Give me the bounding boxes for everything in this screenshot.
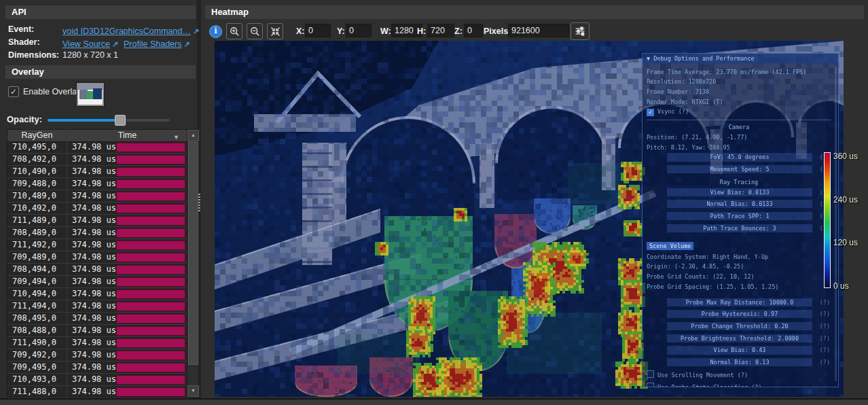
overlay-slider-row: View Bias: 0.0133(?): [667, 188, 812, 196]
opacity-slider[interactable]: [48, 119, 170, 122]
dimensions-label: Dimensions:: [8, 50, 59, 60]
opacity-label: Opacity:: [7, 114, 42, 124]
overlay-text-line: Origin: (-2.30, 4.85, -0.25): [647, 262, 831, 270]
time-value: 374.98 us: [72, 325, 116, 336]
help-hint: (?): [820, 298, 830, 306]
overlay-section-header-line: Camera: [647, 123, 831, 131]
time-bar: [116, 167, 185, 177]
table-row[interactable]: 709,494,0 374.98 us: [7, 276, 187, 288]
enable-overlay-checkbox[interactable]: ✓: [8, 86, 19, 97]
splitter-grip[interactable]: [198, 194, 200, 211]
time-bar: [116, 265, 185, 275]
profile-shaders-link[interactable]: Profile Shaders↗: [124, 37, 190, 50]
raygen-cell: 709,494,0: [7, 276, 67, 287]
help-hint: (?): [820, 346, 830, 354]
w-label: W:: [380, 27, 391, 36]
pixels-label: Pixels:: [484, 27, 511, 36]
time-value: 374.98 us: [72, 337, 116, 349]
enable-overlay-label: Enable Overlay: [23, 87, 81, 96]
time-cell: 374.98 us: [67, 190, 187, 202]
h-input[interactable]: [427, 24, 454, 37]
raygen-cell: 710,495,0: [7, 141, 67, 153]
external-link-icon: ↗: [183, 40, 189, 49]
time-value: 374.98 us: [72, 215, 116, 226]
table-row[interactable]: 711,490,0 374.98 us: [7, 337, 187, 349]
time-cell: 374.98 us: [67, 178, 187, 190]
table-row[interactable]: 708,494,0 374.98 us: [7, 264, 187, 276]
event-link[interactable]: void ID3D12GraphicsCommand…↗: [62, 24, 199, 37]
time-cell: 374.98 us: [67, 251, 187, 263]
overlay-slider-row: Path Trace SPP: 1(?): [667, 212, 812, 220]
heatmap-settings-button[interactable]: [571, 22, 590, 40]
raygen-cell: 708,489,0: [7, 227, 67, 239]
zoom-out-button[interactable]: [247, 23, 263, 39]
fit-to-window-button[interactable]: [267, 23, 283, 39]
table-row[interactable]: 710,495,0 374.98 us: [7, 141, 187, 154]
raygen-cell: 708,492,0: [7, 154, 67, 165]
table-row[interactable]: 711,488,0 374.98 us: [7, 386, 187, 398]
table-row[interactable]: 710,493,0 374.98 us: [7, 374, 187, 386]
time-cell: 374.98 us: [67, 141, 187, 153]
raygen-cell: 708,488,0: [7, 325, 67, 336]
table-row[interactable]: 711,492,0 374.98 us: [7, 239, 187, 251]
table-row[interactable]: 709,492,0 374.98 us: [7, 349, 187, 362]
y-input[interactable]: [346, 24, 372, 37]
dimensions-value: 1280 x 720 x 1: [62, 50, 118, 60]
overlay-text-line: Resolution: 1280x720: [647, 77, 831, 86]
overlay-section-header-line: Ray Tracing: [647, 178, 831, 186]
overlay-highlight-row: Scene Volume: [647, 238, 831, 251]
time-bar: [116, 143, 185, 152]
overlay-checkbox-row: ✓Vsync (?): [647, 107, 831, 116]
table-row[interactable]: 710,492,0 374.98 us: [7, 202, 187, 215]
time-cell: 374.98 us: [67, 362, 187, 373]
opacity-slider-handle[interactable]: [115, 115, 126, 126]
raygen-cell: 708,494,0: [7, 264, 67, 275]
table-row[interactable]: 708,492,0 374.98 us: [7, 154, 187, 166]
table-row[interactable]: 711,494,0 374.98 us: [7, 300, 187, 313]
info-icon[interactable]: i: [209, 25, 222, 38]
table-row[interactable]: 708,489,0 374.98 us: [7, 227, 187, 239]
x-input[interactable]: [305, 24, 331, 37]
raygen-cell: 709,489,0: [7, 251, 67, 263]
time-bar: [116, 204, 185, 213]
table-row[interactable]: 709,489,0 374.98 us: [7, 251, 187, 264]
table-row[interactable]: 710,494,0 374.98 us: [7, 288, 187, 300]
view-source-link[interactable]: View Source↗: [62, 37, 118, 50]
time-column-header[interactable]: Time ▼: [67, 130, 187, 141]
time-value: 374.98 us: [72, 178, 116, 190]
panel-splitter[interactable]: [196, 0, 202, 405]
z-label: Z:: [454, 27, 463, 36]
raygen-column-header[interactable]: RayGen: [7, 130, 67, 141]
heatmap-color-scale: [824, 152, 831, 288]
overlay-text-line: Probe Grid Spacing: (1.25, 1.05, 1.25): [647, 283, 831, 291]
table-row[interactable]: 708,488,0 374.98 us: [7, 325, 187, 337]
collapse-icon: ▼: [647, 55, 650, 62]
overlay-checkbox-icon: [647, 370, 654, 378]
zoom-in-button[interactable]: [226, 23, 242, 39]
time-value: 374.98 us: [72, 227, 116, 239]
time-bar: [116, 375, 185, 385]
z-input[interactable]: [464, 24, 483, 37]
overlay-section-header: Overlay: [5, 65, 196, 79]
raygen-cell: 711,489,0: [7, 215, 67, 226]
opacity-slider-fill: [48, 119, 120, 122]
raygen-cell: 711,494,0: [7, 300, 67, 312]
table-row[interactable]: 709,488,0 374.98 us: [7, 178, 187, 190]
overlay-slider-row: FoV: 45.0 degrees(?): [667, 153, 812, 161]
raygen-cell: 709,495,0: [7, 362, 67, 373]
time-bar: [116, 363, 185, 372]
overlay-slider-row: Normal Bias: 0.0133(?): [667, 200, 812, 208]
table-row[interactable]: 708,495,0 374.98 us: [7, 313, 187, 325]
table-row[interactable]: 710,490,0 374.98 us: [7, 166, 187, 178]
overlay-slider-row: Probe Change Threshold: 0.20(?): [667, 322, 812, 330]
table-row[interactable]: 711,489,0 374.98 us: [7, 215, 187, 227]
table-row[interactable]: 710,489,0 374.98 us: [7, 190, 187, 202]
window-bottom-bar: [0, 398, 868, 405]
debug-overlay-titlebar: ▼ Debug Options and Performance: [643, 54, 838, 64]
raygen-cell: 710,494,0: [7, 288, 67, 300]
overlay-thumbnail[interactable]: [77, 83, 104, 106]
pixels-input[interactable]: [508, 24, 569, 37]
time-cell: 374.98 us: [67, 349, 187, 361]
time-value: 374.98 us: [72, 288, 116, 300]
table-row[interactable]: 709,495,0 374.98 us: [7, 362, 187, 374]
